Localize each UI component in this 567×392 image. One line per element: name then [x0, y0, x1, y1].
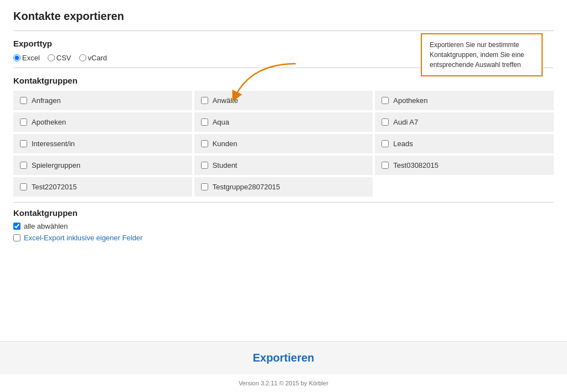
csv-label: CSV	[56, 54, 71, 62]
list-item[interactable]: Apotheken	[375, 91, 554, 110]
tooltip-text: Exportieren Sie nur bestimmte Kontaktgru…	[430, 41, 524, 69]
list-item[interactable]: Kunden	[194, 134, 373, 153]
apotheken1-label: Apotheken	[393, 96, 427, 105]
csv-radio-label[interactable]: CSV	[48, 54, 71, 62]
list-item[interactable]: Leads	[375, 134, 554, 153]
vcard-label: vCard	[88, 54, 107, 62]
interessent-label: Interessent/in	[32, 140, 75, 148]
test03082015-checkbox[interactable]	[382, 162, 389, 169]
student-checkbox[interactable]	[201, 162, 208, 169]
anwaelte-checkbox[interactable]	[201, 97, 208, 104]
empty-cell	[375, 177, 554, 197]
list-item[interactable]: Anfragen	[13, 91, 192, 110]
interessent-checkbox[interactable]	[20, 140, 27, 147]
testgruppe28072015-checkbox[interactable]	[201, 183, 208, 190]
excel-export-checkbox[interactable]	[13, 234, 20, 241]
footer: Version 3.2.11 © 2015 by Körbler	[0, 374, 567, 392]
excel-label: Excel	[22, 54, 40, 62]
audi-label: Audi A7	[393, 118, 418, 126]
kunden-checkbox[interactable]	[201, 140, 208, 147]
list-item[interactable]: Interessent/in	[13, 134, 192, 153]
alle-abwaehlen-checkbox[interactable]	[13, 223, 20, 230]
aqua-checkbox[interactable]	[201, 118, 208, 126]
alle-abwaehlen-row: alle abwählen	[13, 222, 554, 230]
testgruppe28072015-label: Testgruppe28072015	[213, 183, 280, 191]
top-divider	[13, 30, 554, 31]
list-item[interactable]: Aqua	[194, 112, 373, 132]
anfragen-checkbox[interactable]	[20, 97, 27, 104]
spielergruppen-checkbox[interactable]	[20, 162, 27, 169]
list-item[interactable]: Student	[194, 156, 373, 175]
spielergruppen-label: Spielergruppen	[32, 161, 80, 169]
anfragen-label: Anfragen	[32, 96, 61, 105]
leads-checkbox[interactable]	[382, 140, 389, 147]
csv-radio[interactable]	[48, 54, 55, 61]
list-item[interactable]: Test03082015	[375, 156, 554, 175]
test22072015-label: Test22072015	[32, 183, 77, 191]
apotheken2-label: Apotheken	[32, 118, 66, 126]
excel-export-row: Excel-Export inklusive eigener Felder	[13, 234, 554, 242]
anwaelte-label: Anwälte	[213, 96, 238, 105]
alle-abwaehlen-label[interactable]: alle abwählen	[24, 222, 68, 230]
main-content: Kontakte exportieren Exporttyp Excel CSV…	[0, 0, 567, 332]
list-item[interactable]: Apotheken	[13, 112, 192, 132]
exporttyp-section: Exporttyp Excel CSV vCard Exportieren Si…	[13, 39, 554, 62]
vcard-radio[interactable]	[79, 54, 86, 61]
bottom-section: Kontaktgruppen alle abwählen Excel-Expor…	[13, 202, 554, 242]
list-item[interactable]: Testgruppe28072015	[194, 177, 373, 197]
list-item[interactable]: Spielergruppen	[13, 156, 192, 175]
test22072015-checkbox[interactable]	[20, 183, 27, 190]
kunden-label: Kunden	[213, 140, 238, 148]
audi-checkbox[interactable]	[382, 118, 389, 126]
excel-radio-label[interactable]: Excel	[13, 54, 40, 62]
apotheken1-checkbox[interactable]	[382, 97, 389, 104]
groups-grid: Anfragen Anwälte Apotheken Apotheken Aqu…	[13, 91, 554, 197]
test03082015-label: Test03082015	[393, 161, 439, 169]
tooltip-box: Exportieren Sie nur bestimmte Kontaktgru…	[421, 33, 543, 76]
aqua-label: Aqua	[213, 118, 229, 126]
page-title: Kontakte exportieren	[13, 10, 554, 23]
export-button[interactable]: Exportieren	[252, 352, 314, 364]
export-section: Exportieren	[0, 341, 567, 374]
kontaktgruppen-title: Kontaktgruppen	[13, 76, 554, 85]
excel-export-label[interactable]: Excel-Export inklusive eigener Felder	[24, 234, 143, 242]
bottom-section-title: Kontaktgruppen	[13, 208, 554, 218]
footer-text: Version 3.2.11 © 2015 by Körbler	[239, 380, 328, 386]
list-item[interactable]: Audi A7	[375, 112, 554, 132]
vcard-radio-label[interactable]: vCard	[79, 54, 107, 62]
list-item[interactable]: Anwälte	[194, 91, 373, 110]
student-label: Student	[213, 161, 238, 169]
excel-radio[interactable]	[13, 54, 20, 61]
kontaktgruppen-section: Kontaktgruppen Anfragen Anwälte Apotheke…	[13, 76, 554, 197]
page-wrapper: Kontakte exportieren Exporttyp Excel CSV…	[0, 0, 567, 392]
leads-label: Leads	[393, 140, 413, 148]
apotheken2-checkbox[interactable]	[20, 118, 27, 126]
list-item[interactable]: Test22072015	[13, 177, 192, 197]
